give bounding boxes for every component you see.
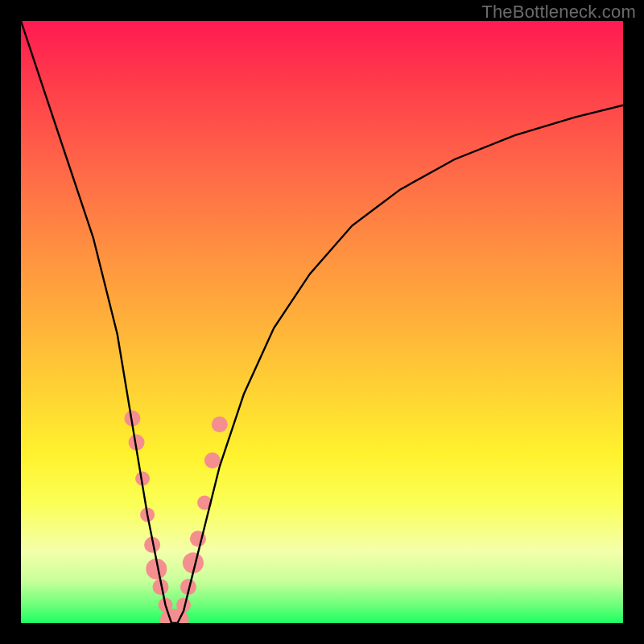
bead-marker	[212, 416, 228, 432]
bottleneck-curve	[21, 21, 623, 623]
chart-svg	[21, 21, 623, 623]
chart-frame: TheBottleneck.com	[0, 0, 644, 644]
bead-marker	[204, 452, 221, 469]
watermark-text: TheBottleneck.com	[481, 2, 636, 23]
plot-area	[21, 21, 623, 623]
bead-markers	[124, 411, 227, 623]
